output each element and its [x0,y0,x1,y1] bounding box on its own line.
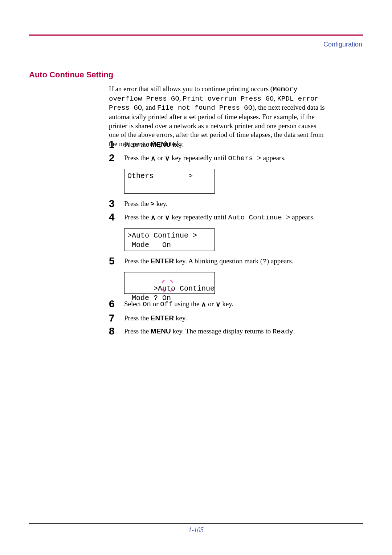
up-arrow-icon: ∧ [151,155,156,162]
steps-list: 1 Press the MENU key. 2 Press the ∧ or ∨… [109,139,334,340]
lcd-display: >Auto Continue Mode ? On [124,272,215,294]
up-arrow-icon: ∧ [201,301,206,308]
step-text: key. [171,141,184,148]
up-arrow-icon: ∧ [151,214,156,221]
step-number: 8 [109,326,124,336]
step-text: Press the [124,141,151,148]
step-text: Press the [124,257,151,265]
step-text: ) appears. [267,257,294,265]
step-body: Press the > key. [124,199,334,211]
intro-text: , [179,94,183,102]
step-mono: Auto Continue > [228,214,290,222]
step-number: 7 [109,313,124,323]
step-1: 1 Press the MENU key. [109,139,334,151]
step-text: or [206,300,215,308]
step-5: 5 Press the ENTER key. A blinking questi… [109,256,334,269]
step-mono: ? [262,258,266,266]
step-text: key repeatedly until [170,213,228,221]
step-8: 8 Press the MENU key. The message displa… [109,326,334,339]
step-number: 4 [109,212,124,222]
key-label: MENU [151,141,171,148]
key-label: ENTER [151,314,174,322]
step-mono: Others > [228,154,261,162]
key-label: ENTER [151,257,174,265]
step-body: Press the MENU key. [124,139,334,151]
step-text: Press the [124,200,151,207]
step-text: Press the [124,213,151,221]
intro-text: If an error that still allows you to con… [109,85,273,93]
down-arrow-icon: ∨ [165,155,170,162]
step-text: Press the [124,154,151,162]
intro-mono: File not found Press GO [157,104,252,112]
step-text: Press the [124,327,151,335]
step-body: Press the ENTER key. A blinking question… [124,256,334,269]
step-mono: Ready [273,328,293,336]
step-text: key. [155,200,168,207]
step-2: 2 Press the ∧ or ∨ key repeatedly until … [109,153,334,166]
intro-text: , and [142,104,157,111]
intro-mono: Print overrun Press GO [183,95,274,103]
page-number: 1-105 [0,526,392,534]
key-label: > [151,200,155,207]
down-arrow-icon: ∨ [216,301,221,308]
step-number: 5 [109,256,124,266]
header-rule [29,35,363,36]
step-4: 4 Press the ∧ or ∨ key repeatedly until … [109,212,334,225]
step-text: or [156,154,165,162]
step-text: using the [173,300,201,308]
step-3: 3 Press the > key. [109,199,334,211]
key-label: MENU [151,327,171,335]
intro-text: , [274,94,277,102]
step-number: 3 [109,199,124,209]
down-arrow-icon: ∨ [165,214,170,221]
step-number: 2 [109,153,124,163]
step-text: appears. [261,154,286,162]
lcd-display: Others > [124,169,215,194]
step-number: 1 [109,139,124,150]
step-text: key repeatedly until [170,154,228,162]
footer-rule [29,523,363,524]
lcd-display: >Auto Continue > Mode On [124,228,215,251]
step-text: appears. [290,213,315,221]
step-body: Press the MENU key. The message display … [124,326,334,339]
step-text: key. The message display returns to [171,327,273,335]
step-text: . [293,327,295,335]
step-text: key. [174,314,187,322]
step-text: or [156,213,165,221]
step-number: 6 [109,299,124,309]
header-section-label: Configuration [323,41,362,48]
step-text: key. A blinking question mark ( [174,257,262,265]
step-body: Press the ENTER key. [124,313,334,325]
step-body: Press the ∧ or ∨ key repeatedly until Au… [124,212,334,225]
step-text: key. [221,300,234,308]
intro-paragraph: If an error that still allows you to con… [109,85,327,149]
section-title: Auto Continue Setting [29,70,113,80]
step-body: Press the ∧ or ∨ key repeatedly until Ot… [124,153,334,166]
